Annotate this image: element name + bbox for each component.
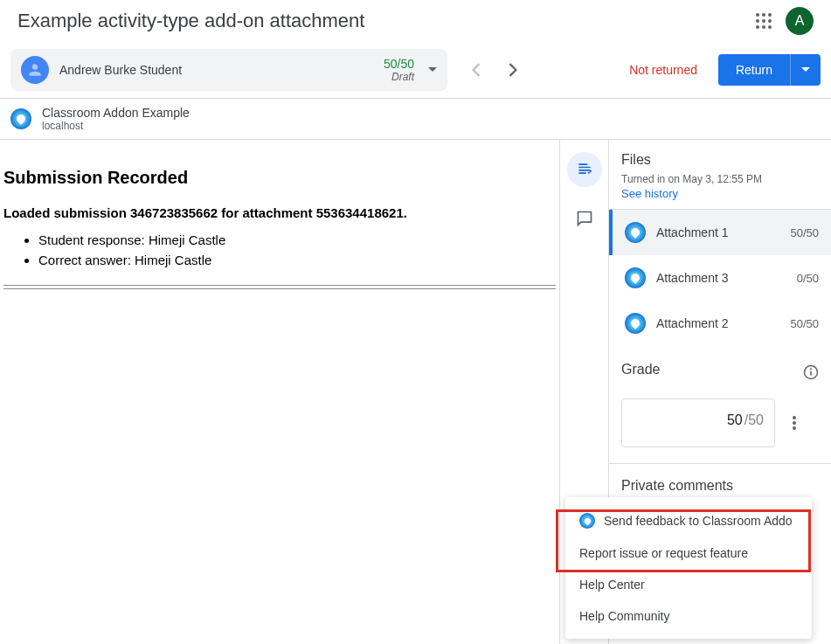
student-avatar-icon — [21, 56, 49, 84]
turned-in-time: Turned in on May 3, 12:55 PM — [621, 173, 819, 185]
loaded-message: Loaded submission 346723835662 for attac… — [3, 205, 556, 220]
svg-point-4 — [793, 421, 796, 425]
attachment-list: Attachment 1 50/50 Attachment 3 0/50 Att… — [609, 210, 831, 346]
addon-title: Classroom Addon Example — [42, 106, 190, 120]
more-options-icon[interactable] — [786, 408, 803, 438]
attachment-row[interactable]: Attachment 3 0/50 — [609, 255, 831, 301]
account-avatar[interactable]: A — [786, 7, 814, 35]
addon-icon — [579, 513, 595, 529]
help-center-item[interactable]: Help Center — [565, 569, 812, 600]
attachment-row[interactable]: Attachment 2 50/50 — [609, 301, 831, 346]
prev-student-button[interactable] — [468, 59, 484, 80]
apps-launcher-icon[interactable] — [756, 13, 772, 29]
attachment-score: 50/50 — [790, 226, 819, 239]
info-icon[interactable] — [803, 364, 819, 380]
submission-heading: Submission Recorded — [3, 168, 556, 188]
attachment-icon — [625, 267, 646, 288]
divider — [3, 285, 556, 286]
student-score: 50/50 — [384, 57, 414, 71]
student-name: Andrew Burke Student — [59, 63, 182, 77]
svg-point-2 — [811, 369, 812, 370]
attachment-name: Attachment 1 — [656, 225, 779, 239]
grade-max: /50 — [744, 412, 764, 428]
report-issue-item[interactable]: Report issue or request feature — [565, 537, 812, 569]
attachment-name: Attachment 2 — [656, 316, 779, 330]
attachment-score: 50/50 — [790, 317, 819, 330]
divider — [3, 288, 556, 289]
popup-item-label: Help Center — [579, 578, 645, 592]
grade-title: Grade — [621, 362, 660, 377]
list-item: Correct answer: Himeji Castle — [38, 253, 556, 267]
return-dropdown-button[interactable] — [790, 54, 821, 86]
addon-host: localhost — [42, 120, 190, 132]
svg-point-5 — [793, 426, 796, 430]
next-student-button[interactable] — [505, 59, 521, 80]
attachment-row[interactable]: Attachment 1 50/50 — [609, 210, 831, 255]
attachment-icon — [625, 222, 646, 243]
popup-item-label: Help Community — [579, 609, 669, 623]
return-button[interactable]: Return — [718, 54, 790, 86]
files-title: Files — [621, 152, 819, 168]
help-popup-menu: Send feedback to Classroom Addo Report i… — [565, 497, 812, 639]
addon-icon — [10, 108, 31, 129]
return-status: Not returned — [629, 63, 697, 77]
attachment-icon — [625, 313, 646, 334]
attachment-name: Attachment 3 — [656, 271, 786, 285]
list-item: Student response: Himeji Castle — [38, 232, 556, 247]
content-pane: Submission Recorded Loaded submission 34… — [0, 140, 560, 644]
attachment-score: 0/50 — [797, 272, 819, 285]
grade-input-container: /50 — [621, 398, 775, 447]
send-feedback-item[interactable]: Send feedback to Classroom Addo — [565, 504, 812, 537]
files-tab-icon[interactable] — [567, 152, 602, 187]
page-title: Example activity-type add-on attachment — [17, 10, 364, 32]
popup-item-label: Report issue or request feature — [579, 546, 748, 560]
svg-point-3 — [793, 416, 796, 419]
comments-tab-icon[interactable] — [567, 201, 602, 236]
see-history-link[interactable]: See history — [621, 187, 678, 200]
dropdown-arrow-icon — [428, 67, 437, 73]
draft-label: Draft — [384, 71, 414, 83]
grade-input[interactable] — [701, 412, 744, 429]
help-community-item[interactable]: Help Community — [565, 600, 812, 632]
popup-item-label: Send feedback to Classroom Addo — [604, 514, 793, 528]
comments-title: Private comments — [621, 478, 819, 494]
student-selector[interactable]: Andrew Burke Student 50/50 Draft — [10, 49, 447, 91]
